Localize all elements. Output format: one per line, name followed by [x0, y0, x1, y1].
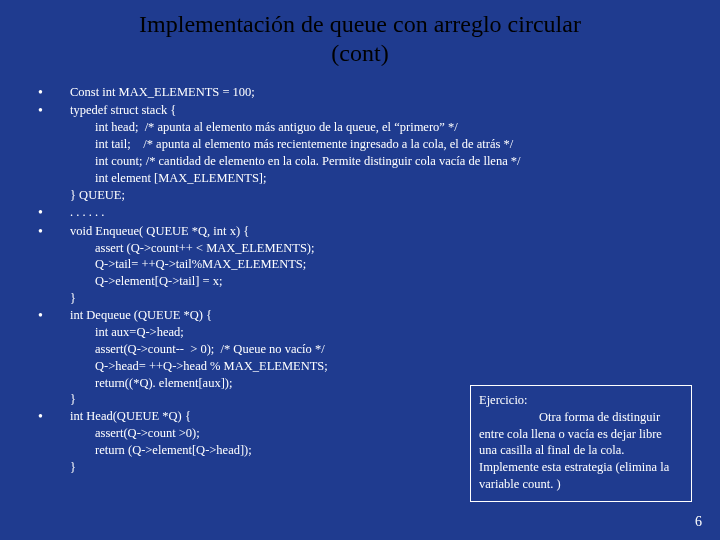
code-line: . . . . . .: [70, 204, 690, 221]
bullet-marker: •: [30, 84, 70, 103]
code-line: Const int MAX_ELEMENTS = 100;: [70, 84, 690, 101]
exercise-box: Ejercicio: Otra forma de distinguir entr…: [470, 385, 692, 502]
page-number: 6: [695, 514, 702, 530]
exercise-label: Ejercicio:: [479, 392, 683, 409]
exercise-line2: Otra forma de distinguir: [479, 409, 683, 426]
bullet-marker: •: [30, 307, 70, 326]
bullet-marker: •: [30, 223, 70, 242]
bullet-marker: •: [30, 102, 70, 121]
code-line: typedef struct stack { int head; /* apun…: [70, 102, 690, 203]
slide-title: Implementación de queue con arreglo circ…: [30, 10, 690, 68]
bullet-marker: •: [30, 204, 70, 223]
title-line-1: Implementación de queue con arreglo circ…: [139, 11, 581, 37]
code-line: void Enqueue( QUEUE *Q, int x) { assert …: [70, 223, 690, 307]
title-line-2: (cont): [331, 40, 388, 66]
bullet-item: • Const int MAX_ELEMENTS = 100;: [30, 84, 690, 103]
bullet-item: • typedef struct stack { int head; /* ap…: [30, 102, 690, 203]
exercise-rest: entre cola llena o vacía es dejar libre …: [479, 426, 683, 494]
bullet-item: • . . . . . .: [30, 204, 690, 223]
slide-container: Implementación de queue con arreglo circ…: [0, 0, 720, 540]
bullet-item: • void Enqueue( QUEUE *Q, int x) { asser…: [30, 223, 690, 307]
bullet-marker: •: [30, 408, 70, 427]
